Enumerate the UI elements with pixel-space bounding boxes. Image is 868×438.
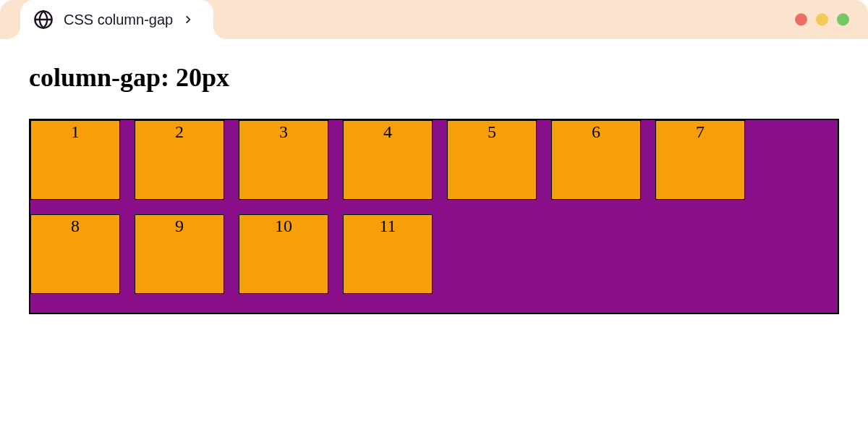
browser-tab[interactable]: CSS column-gap <box>20 0 213 39</box>
page-title: column-gap: 20px <box>29 62 839 93</box>
flex-item: 9 <box>135 214 224 294</box>
flex-item: 1 <box>30 120 120 200</box>
chevron-right-icon <box>183 14 193 25</box>
flex-item: 8 <box>30 214 120 294</box>
page-content: column-gap: 20px 1 2 3 4 5 6 7 8 9 10 11 <box>0 39 868 314</box>
window-close-icon[interactable] <box>795 14 807 26</box>
window-minimize-icon[interactable] <box>816 14 828 26</box>
flex-item: 11 <box>343 214 433 294</box>
flex-item: 10 <box>239 214 328 294</box>
window-controls <box>795 14 849 26</box>
flex-item: 6 <box>551 120 641 200</box>
flex-item: 2 <box>135 120 224 200</box>
flex-item: 4 <box>343 120 433 200</box>
flex-container: 1 2 3 4 5 6 7 8 9 10 11 <box>29 119 839 314</box>
flex-item: 3 <box>239 120 328 200</box>
browser-titlebar: CSS column-gap <box>0 0 868 39</box>
globe-icon <box>33 9 54 30</box>
flex-item: 7 <box>655 120 745 200</box>
tab-label: CSS column-gap <box>64 12 173 28</box>
flex-item: 5 <box>447 120 537 200</box>
window-maximize-icon[interactable] <box>837 14 849 26</box>
